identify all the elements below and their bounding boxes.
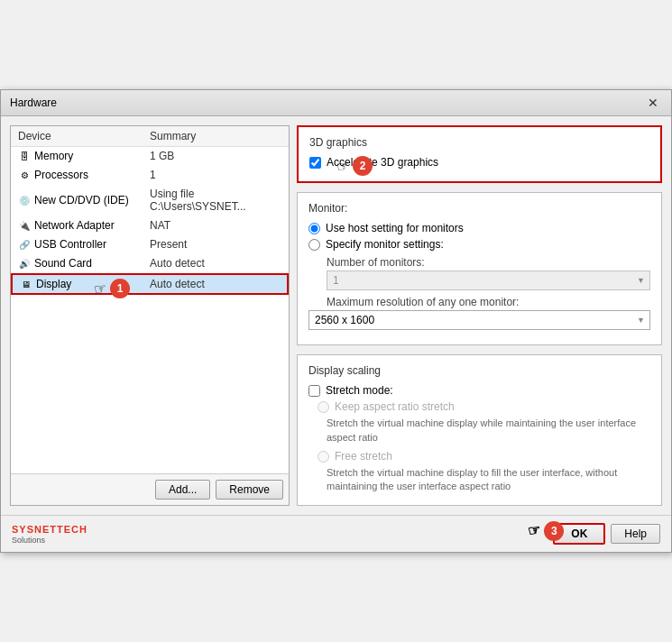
- keep-aspect-row: Keep aspect ratio stretch: [318, 400, 650, 413]
- device-col-header: Device: [18, 130, 150, 142]
- device-row-processors[interactable]: ⚙ Processors 1: [11, 166, 289, 185]
- hardware-window: Hardware ✕ Device Summary 🗄 Memory 1 GB: [0, 89, 672, 553]
- device-name-cddvd: New CD/DVD (IDE): [34, 194, 129, 206]
- keep-aspect-radio[interactable]: [318, 401, 329, 413]
- use-host-label: Use host setting for monitors: [326, 222, 464, 234]
- device-summary-sound: Auto detect: [150, 257, 281, 270]
- window-title: Hardware: [10, 96, 57, 109]
- scaling-section: Display scaling Stretch mode: Keep aspec…: [297, 354, 662, 506]
- ok-button[interactable]: OK ☞ 3: [553, 523, 605, 545]
- left-panel: Device Summary 🗄 Memory 1 GB ⚙ Processor: [10, 125, 290, 506]
- logo-brand: SYSNETTECH: [12, 524, 87, 535]
- cursor-3: ☞: [527, 521, 542, 540]
- graphics-section: 3D graphics Accelerate 3D graphics ☞ 2: [297, 125, 662, 183]
- monitor-section: Monitor: Use host setting for monitors S…: [297, 192, 662, 345]
- device-summary-cddvd: Using file C:\Users\SYSNET...: [150, 188, 281, 213]
- processors-icon: ⚙: [18, 169, 31, 181]
- device-row-cddvd[interactable]: 💿 New CD/DVD (IDE) Using file C:\Users\S…: [11, 185, 289, 216]
- summary-col-header: Summary: [150, 130, 281, 142]
- step1-badge: 1: [110, 279, 130, 298]
- use-host-radio[interactable]: [308, 223, 320, 234]
- usb-icon: 🔗: [18, 238, 31, 251]
- use-host-row: Use host setting for monitors: [308, 222, 650, 234]
- device-summary-network: NAT: [150, 219, 281, 232]
- help-button[interactable]: Help: [611, 524, 660, 544]
- cddvd-icon: 💿: [18, 194, 31, 206]
- max-res-label: Maximum resolution of any one monitor:: [327, 296, 650, 308]
- network-icon: 🔌: [18, 219, 31, 232]
- remove-button[interactable]: Remove: [216, 480, 283, 500]
- num-monitors-label: Number of monitors:: [327, 256, 650, 269]
- device-summary-display: Auto detect: [150, 278, 280, 290]
- monitor-title: Monitor:: [308, 202, 650, 215]
- device-name-network: Network Adapter: [34, 219, 115, 232]
- close-button[interactable]: ✕: [644, 96, 662, 110]
- bottom-bar: SYSNETTECH Solutions OK ☞ 3 Help: [1, 515, 671, 552]
- max-res-dropdown[interactable]: 2560 x 1600: [308, 310, 650, 330]
- accelerate-3d-checkbox[interactable]: [309, 157, 321, 169]
- display-icon: 🖥: [20, 278, 32, 290]
- step3-badge: 3: [544, 521, 564, 541]
- add-remove-bar: Add... Remove: [11, 473, 289, 505]
- scaling-title: Display scaling: [308, 364, 650, 377]
- sound-icon: 🔊: [18, 257, 31, 270]
- device-name-sound: Sound Card: [34, 257, 92, 270]
- device-row-network[interactable]: 🔌 Network Adapter NAT: [11, 216, 289, 235]
- free-stretch-row: Free stretch: [318, 450, 650, 463]
- num-monitors-dropdown: 1: [327, 271, 650, 290]
- memory-icon: 🗄: [18, 150, 31, 162]
- num-monitors-dropdown-wrap: 1: [327, 271, 650, 290]
- specify-row: Specify monitor settings:: [308, 238, 650, 251]
- stretch-mode-label: Stretch mode:: [326, 384, 393, 397]
- device-list-header: Device Summary: [11, 126, 289, 147]
- device-row-display[interactable]: 🖥 Display Auto detect ☞ 1: [11, 273, 289, 295]
- title-bar: Hardware ✕: [1, 90, 671, 116]
- free-stretch-label: Free stretch: [335, 450, 392, 463]
- max-res-dropdown-wrap: 2560 x 1600: [308, 310, 650, 330]
- device-row-memory[interactable]: 🗄 Memory 1 GB: [11, 147, 289, 166]
- device-name-memory: Memory: [34, 150, 73, 162]
- device-summary-memory: 1 GB: [150, 150, 281, 162]
- device-row-sound[interactable]: 🔊 Sound Card Auto detect: [11, 254, 289, 273]
- device-name-usb: USB Controller: [34, 238, 106, 251]
- specify-radio[interactable]: [308, 239, 320, 251]
- logo-area: SYSNETTECH Solutions: [12, 523, 87, 545]
- stretch-mode-checkbox[interactable]: [308, 385, 320, 397]
- device-row-usb[interactable]: 🔗 USB Controller Present: [11, 235, 289, 254]
- device-list: 🗄 Memory 1 GB ⚙ Processors 1 💿: [11, 147, 289, 473]
- cursor-2: ☞: [335, 157, 350, 176]
- device-summary-usb: Present: [150, 238, 281, 251]
- free-stretch-radio[interactable]: [318, 451, 329, 463]
- content-area: Device Summary 🗄 Memory 1 GB ⚙ Processor: [1, 116, 671, 515]
- device-name-display: Display: [36, 278, 71, 290]
- stretch-mode-row: Stretch mode:: [308, 384, 650, 397]
- keep-aspect-label: Keep aspect ratio stretch: [335, 400, 455, 413]
- graphics-title: 3D graphics: [309, 136, 649, 149]
- step2-badge: 2: [353, 156, 373, 176]
- device-name-processors: Processors: [34, 169, 88, 181]
- device-summary-processors: 1: [150, 169, 281, 181]
- logo-sub: Solutions: [12, 536, 87, 545]
- free-stretch-desc: Stretch the virtual machine display to f…: [327, 466, 650, 494]
- keep-aspect-desc: Stretch the virtual machine display whil…: [327, 417, 650, 445]
- cursor-1: ☞: [92, 280, 107, 298]
- right-panel: 3D graphics Accelerate 3D graphics ☞ 2 M…: [297, 125, 662, 506]
- specify-label: Specify monitor settings:: [326, 238, 444, 251]
- add-button[interactable]: Add...: [155, 480, 210, 500]
